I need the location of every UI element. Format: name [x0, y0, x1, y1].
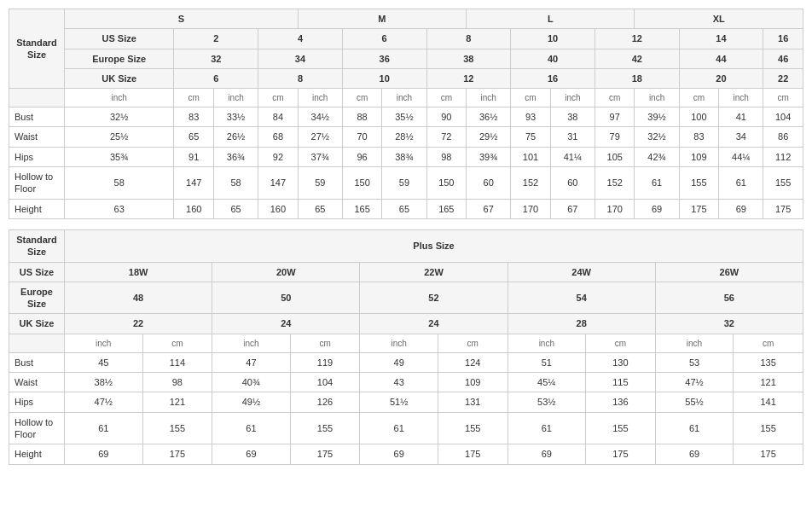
eu-m1: 36 — [342, 49, 426, 68]
cell-height-1-cm: 160 — [258, 199, 299, 218]
plus-cell-waist-2-inch: 43 — [360, 373, 438, 392]
us-20w: 20W — [212, 262, 360, 282]
plus-cell-height-1-inch: 69 — [212, 444, 291, 464]
col-inch: inch — [467, 89, 511, 107]
plus-cell-height-2-cm: 175 — [438, 444, 508, 464]
cell-hips-5-cm: 105 — [594, 147, 635, 166]
eu-s2: 34 — [258, 49, 343, 68]
cell-waist-0-inch: 25½ — [65, 127, 174, 147]
uk-24: 24 — [212, 314, 360, 334]
plus-cell-bust-2-cm: 124 — [438, 352, 508, 372]
standard-size-table: StandardSize S M L XL US Size 2 4 6 8 10… — [9, 9, 803, 219]
cell-hips-0-inch: 35¾ — [65, 147, 174, 166]
eu-50: 50 — [212, 282, 360, 314]
uk-s1: 6 — [174, 68, 258, 88]
eu-size-label-2: Europe Size — [9, 282, 65, 314]
col-cm: cm — [342, 89, 382, 107]
cell-bust-3-cm: 90 — [426, 107, 467, 127]
size-xl-header: XL — [635, 9, 803, 29]
plus-cell-height-0-inch: 69 — [65, 444, 143, 464]
plus-cell-hips-4-inch: 55½ — [655, 392, 734, 412]
plus-cell-waist-1-cm: 104 — [290, 373, 360, 392]
cell-hips-1-cm: 92 — [258, 147, 299, 166]
cell-hips-7-cm: 112 — [763, 147, 803, 166]
us-m2: 8 — [426, 29, 511, 49]
cell-hollow-to-floor-6-cm: 155 — [679, 167, 719, 200]
us-l2: 12 — [594, 29, 679, 49]
plus-cell-bust-2-inch: 49 — [360, 352, 438, 372]
cell-hollow-to-floor-3-inch: 59 — [382, 167, 426, 200]
col-inch: inch — [65, 89, 174, 107]
col-cm: cm — [594, 89, 635, 107]
plus-cell-bust-4-cm: 135 — [734, 352, 803, 372]
cell-waist-5-inch: 31 — [550, 127, 594, 147]
cell-height-2-cm: 165 — [342, 199, 382, 218]
cell-hips-4-cm: 101 — [511, 147, 551, 166]
plus-cell-hollow-to-floor-0-cm: 155 — [142, 412, 212, 444]
cell-height-7-inch: 69 — [719, 199, 763, 218]
plus-cell-bust-1-inch: 47 — [212, 352, 291, 372]
cell-hips-6-inch: 42¾ — [635, 147, 679, 166]
cell-waist-6-cm: 83 — [679, 127, 719, 147]
uk-size-label-2: UK Size — [9, 314, 65, 334]
plus-cell-hollow-to-floor-2-inch: 61 — [360, 412, 438, 444]
cell-height-2-inch: 65 — [298, 199, 342, 218]
plus-cell-bust-3-cm: 130 — [586, 352, 656, 372]
col-cm-p4: cm — [586, 334, 656, 352]
plus-cell-waist-4-inch: 47½ — [655, 373, 734, 392]
size-s-header: S — [65, 9, 299, 29]
col-inch-p1: inch — [65, 334, 143, 352]
us-xl2: 16 — [763, 29, 803, 49]
us-22w: 22W — [360, 262, 508, 282]
cell-height-5-inch: 67 — [550, 199, 594, 218]
us-xl1: 14 — [679, 29, 763, 49]
row-label-hips: Hips — [9, 147, 65, 166]
cell-height-4-cm: 170 — [511, 199, 551, 218]
cell-bust-6-inch: 39½ — [635, 107, 679, 127]
col-cm: cm — [426, 89, 467, 107]
plus-cell-hips-0-inch: 47½ — [65, 392, 143, 412]
cell-hips-0-cm: 91 — [174, 147, 214, 166]
uk-32: 32 — [655, 314, 803, 334]
eu-xl2: 46 — [763, 49, 803, 68]
cell-waist-2-inch: 27½ — [298, 127, 342, 147]
plus-cell-height-4-inch: 69 — [655, 444, 734, 464]
uk-l2: 18 — [594, 68, 679, 88]
cell-bust-5-inch: 38 — [550, 107, 594, 127]
us-26w: 26W — [655, 262, 803, 282]
cell-hollow-to-floor-2-cm: 150 — [342, 167, 382, 200]
cell-height-6-cm: 175 — [679, 199, 719, 218]
plus-cell-hips-0-cm: 121 — [142, 392, 212, 412]
col-cm: cm — [763, 89, 803, 107]
eu-54: 54 — [508, 282, 655, 314]
cell-bust-2-inch: 34½ — [298, 107, 342, 127]
cell-bust-4-inch: 36½ — [467, 107, 511, 127]
cell-hollow-to-floor-5-inch: 60 — [550, 167, 594, 200]
cell-bust-0-inch: 32½ — [65, 107, 174, 127]
plus-cell-height-0-cm: 175 — [142, 444, 212, 464]
plus-row-label-height: Height — [9, 444, 65, 464]
uk-xl1: 20 — [679, 68, 763, 88]
us-s1: 2 — [174, 29, 258, 49]
eu-s1: 32 — [174, 49, 258, 68]
cell-hips-2-inch: 37¾ — [298, 147, 342, 166]
cell-height-4-inch: 67 — [467, 199, 511, 218]
cell-hips-4-inch: 39¾ — [467, 147, 511, 166]
standard-label-2: Standard Size — [9, 229, 65, 262]
plus-cell-hollow-to-floor-4-inch: 61 — [655, 412, 734, 444]
cell-waist-1-cm: 68 — [258, 127, 299, 147]
col-cm: cm — [174, 89, 214, 107]
cell-waist-3-inch: 28½ — [382, 127, 426, 147]
cell-hips-1-inch: 36¾ — [213, 147, 258, 166]
plus-row-label-bust: Bust — [9, 352, 65, 372]
cell-bust-1-inch: 33½ — [213, 107, 258, 127]
plus-cell-hollow-to-floor-0-inch: 61 — [65, 412, 143, 444]
plus-cell-bust-0-inch: 45 — [65, 352, 143, 372]
cell-hollow-to-floor-6-inch: 61 — [635, 167, 679, 200]
plus-cell-hips-2-cm: 131 — [438, 392, 508, 412]
uk-l1: 16 — [511, 68, 595, 88]
cell-waist-1-inch: 26½ — [213, 127, 258, 147]
cell-hollow-to-floor-1-cm: 147 — [258, 167, 299, 200]
plus-cell-waist-4-cm: 121 — [734, 373, 803, 392]
plus-cell-bust-4-inch: 53 — [655, 352, 734, 372]
